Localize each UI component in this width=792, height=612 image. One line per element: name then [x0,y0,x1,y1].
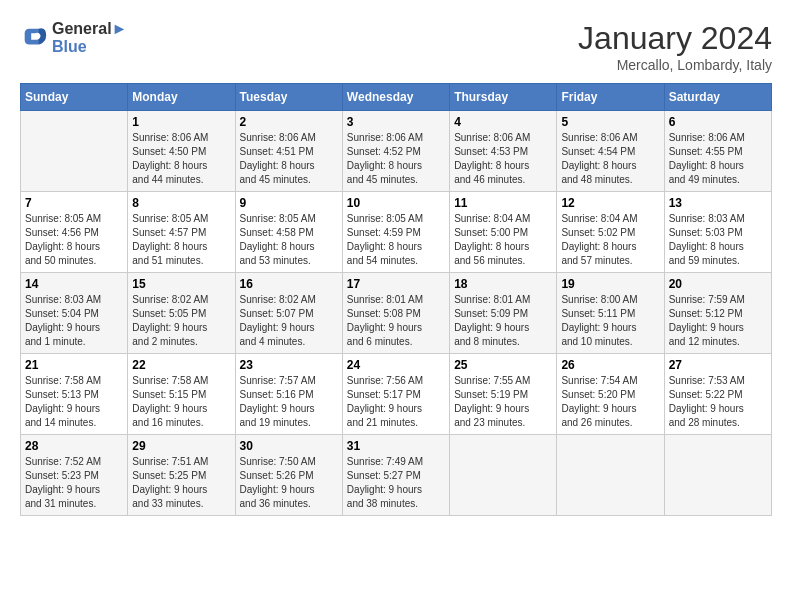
day-info: Sunrise: 7:58 AM Sunset: 5:13 PM Dayligh… [25,374,123,430]
day-info: Sunrise: 8:03 AM Sunset: 5:04 PM Dayligh… [25,293,123,349]
day-info: Sunrise: 8:01 AM Sunset: 5:09 PM Dayligh… [454,293,552,349]
month-title: January 2024 [578,20,772,57]
calendar-cell: 23Sunrise: 7:57 AM Sunset: 5:16 PM Dayli… [235,354,342,435]
day-number: 24 [347,358,445,372]
day-number: 17 [347,277,445,291]
calendar-header-row: SundayMondayTuesdayWednesdayThursdayFrid… [21,84,772,111]
logo-text: General► Blue [52,20,127,56]
day-info: Sunrise: 8:06 AM Sunset: 4:54 PM Dayligh… [561,131,659,187]
calendar-cell: 13Sunrise: 8:03 AM Sunset: 5:03 PM Dayli… [664,192,771,273]
day-info: Sunrise: 8:00 AM Sunset: 5:11 PM Dayligh… [561,293,659,349]
day-info: Sunrise: 8:03 AM Sunset: 5:03 PM Dayligh… [669,212,767,268]
day-info: Sunrise: 8:05 AM Sunset: 4:58 PM Dayligh… [240,212,338,268]
day-info: Sunrise: 7:59 AM Sunset: 5:12 PM Dayligh… [669,293,767,349]
day-number: 6 [669,115,767,129]
day-number: 21 [25,358,123,372]
calendar-cell: 5Sunrise: 8:06 AM Sunset: 4:54 PM Daylig… [557,111,664,192]
calendar-cell: 4Sunrise: 8:06 AM Sunset: 4:53 PM Daylig… [450,111,557,192]
calendar-cell: 19Sunrise: 8:00 AM Sunset: 5:11 PM Dayli… [557,273,664,354]
day-number: 18 [454,277,552,291]
col-header-wednesday: Wednesday [342,84,449,111]
day-number: 28 [25,439,123,453]
day-number: 13 [669,196,767,210]
day-number: 3 [347,115,445,129]
calendar-week-3: 14Sunrise: 8:03 AM Sunset: 5:04 PM Dayli… [21,273,772,354]
day-number: 26 [561,358,659,372]
day-info: Sunrise: 7:53 AM Sunset: 5:22 PM Dayligh… [669,374,767,430]
day-number: 29 [132,439,230,453]
day-info: Sunrise: 7:58 AM Sunset: 5:15 PM Dayligh… [132,374,230,430]
day-info: Sunrise: 8:06 AM Sunset: 4:52 PM Dayligh… [347,131,445,187]
calendar-cell: 28Sunrise: 7:52 AM Sunset: 5:23 PM Dayli… [21,435,128,516]
day-number: 8 [132,196,230,210]
day-number: 1 [132,115,230,129]
day-info: Sunrise: 8:06 AM Sunset: 4:55 PM Dayligh… [669,131,767,187]
calendar-week-1: 1Sunrise: 8:06 AM Sunset: 4:50 PM Daylig… [21,111,772,192]
calendar-cell: 20Sunrise: 7:59 AM Sunset: 5:12 PM Dayli… [664,273,771,354]
day-number: 12 [561,196,659,210]
day-number: 2 [240,115,338,129]
day-info: Sunrise: 7:49 AM Sunset: 5:27 PM Dayligh… [347,455,445,511]
day-number: 23 [240,358,338,372]
day-number: 11 [454,196,552,210]
logo-icon [20,24,48,52]
calendar-cell: 17Sunrise: 8:01 AM Sunset: 5:08 PM Dayli… [342,273,449,354]
day-info: Sunrise: 7:54 AM Sunset: 5:20 PM Dayligh… [561,374,659,430]
day-info: Sunrise: 7:57 AM Sunset: 5:16 PM Dayligh… [240,374,338,430]
day-info: Sunrise: 7:56 AM Sunset: 5:17 PM Dayligh… [347,374,445,430]
col-header-tuesday: Tuesday [235,84,342,111]
col-header-thursday: Thursday [450,84,557,111]
calendar-cell: 21Sunrise: 7:58 AM Sunset: 5:13 PM Dayli… [21,354,128,435]
day-info: Sunrise: 8:04 AM Sunset: 5:02 PM Dayligh… [561,212,659,268]
day-info: Sunrise: 8:01 AM Sunset: 5:08 PM Dayligh… [347,293,445,349]
day-number: 10 [347,196,445,210]
day-number: 31 [347,439,445,453]
day-info: Sunrise: 8:02 AM Sunset: 5:07 PM Dayligh… [240,293,338,349]
calendar-cell: 11Sunrise: 8:04 AM Sunset: 5:00 PM Dayli… [450,192,557,273]
calendar-cell: 14Sunrise: 8:03 AM Sunset: 5:04 PM Dayli… [21,273,128,354]
page-header: General► Blue January 2024 Mercallo, Lom… [20,20,772,73]
col-header-sunday: Sunday [21,84,128,111]
col-header-saturday: Saturday [664,84,771,111]
calendar-cell: 30Sunrise: 7:50 AM Sunset: 5:26 PM Dayli… [235,435,342,516]
calendar-cell: 26Sunrise: 7:54 AM Sunset: 5:20 PM Dayli… [557,354,664,435]
day-info: Sunrise: 7:51 AM Sunset: 5:25 PM Dayligh… [132,455,230,511]
calendar-week-4: 21Sunrise: 7:58 AM Sunset: 5:13 PM Dayli… [21,354,772,435]
calendar-cell: 10Sunrise: 8:05 AM Sunset: 4:59 PM Dayli… [342,192,449,273]
day-info: Sunrise: 8:06 AM Sunset: 4:53 PM Dayligh… [454,131,552,187]
calendar-cell: 7Sunrise: 8:05 AM Sunset: 4:56 PM Daylig… [21,192,128,273]
title-block: January 2024 Mercallo, Lombardy, Italy [578,20,772,73]
calendar-cell: 2Sunrise: 8:06 AM Sunset: 4:51 PM Daylig… [235,111,342,192]
calendar-cell: 31Sunrise: 7:49 AM Sunset: 5:27 PM Dayli… [342,435,449,516]
calendar-cell: 6Sunrise: 8:06 AM Sunset: 4:55 PM Daylig… [664,111,771,192]
calendar-week-5: 28Sunrise: 7:52 AM Sunset: 5:23 PM Dayli… [21,435,772,516]
location-subtitle: Mercallo, Lombardy, Italy [578,57,772,73]
day-info: Sunrise: 7:55 AM Sunset: 5:19 PM Dayligh… [454,374,552,430]
day-number: 4 [454,115,552,129]
calendar-cell: 16Sunrise: 8:02 AM Sunset: 5:07 PM Dayli… [235,273,342,354]
calendar-cell: 9Sunrise: 8:05 AM Sunset: 4:58 PM Daylig… [235,192,342,273]
day-info: Sunrise: 8:05 AM Sunset: 4:57 PM Dayligh… [132,212,230,268]
calendar-cell: 29Sunrise: 7:51 AM Sunset: 5:25 PM Dayli… [128,435,235,516]
day-number: 27 [669,358,767,372]
day-number: 25 [454,358,552,372]
calendar-table: SundayMondayTuesdayWednesdayThursdayFrid… [20,83,772,516]
col-header-monday: Monday [128,84,235,111]
calendar-cell [21,111,128,192]
calendar-cell: 25Sunrise: 7:55 AM Sunset: 5:19 PM Dayli… [450,354,557,435]
day-info: Sunrise: 8:05 AM Sunset: 4:59 PM Dayligh… [347,212,445,268]
calendar-cell: 3Sunrise: 8:06 AM Sunset: 4:52 PM Daylig… [342,111,449,192]
calendar-cell [557,435,664,516]
calendar-week-2: 7Sunrise: 8:05 AM Sunset: 4:56 PM Daylig… [21,192,772,273]
day-number: 15 [132,277,230,291]
day-info: Sunrise: 8:06 AM Sunset: 4:50 PM Dayligh… [132,131,230,187]
calendar-cell: 18Sunrise: 8:01 AM Sunset: 5:09 PM Dayli… [450,273,557,354]
day-number: 9 [240,196,338,210]
day-info: Sunrise: 8:04 AM Sunset: 5:00 PM Dayligh… [454,212,552,268]
day-info: Sunrise: 8:06 AM Sunset: 4:51 PM Dayligh… [240,131,338,187]
calendar-cell: 27Sunrise: 7:53 AM Sunset: 5:22 PM Dayli… [664,354,771,435]
calendar-cell: 15Sunrise: 8:02 AM Sunset: 5:05 PM Dayli… [128,273,235,354]
day-number: 19 [561,277,659,291]
col-header-friday: Friday [557,84,664,111]
day-info: Sunrise: 7:52 AM Sunset: 5:23 PM Dayligh… [25,455,123,511]
